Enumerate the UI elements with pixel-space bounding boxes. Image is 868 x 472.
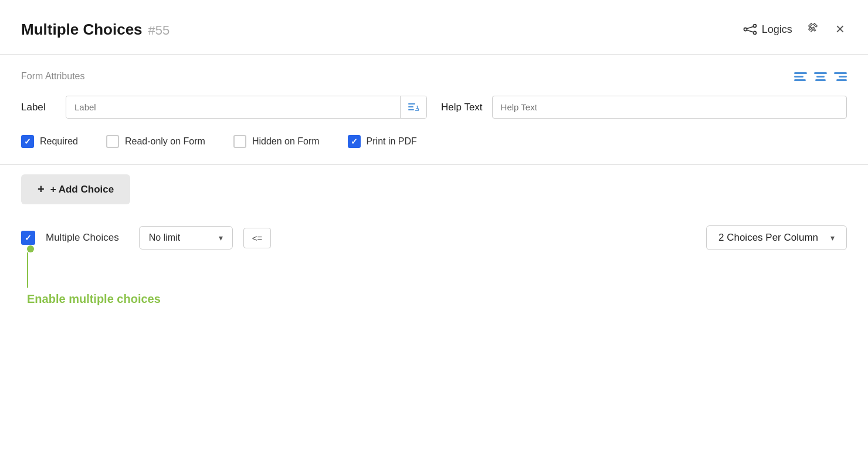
label-field-label: Label xyxy=(21,102,56,113)
print-pdf-checkbox[interactable] xyxy=(348,135,361,148)
helptext-field: Help Text xyxy=(441,96,847,119)
form-attributes-header: Form Attributes xyxy=(21,71,847,82)
svg-point-0 xyxy=(753,25,756,28)
align-right-icon[interactable] xyxy=(834,72,847,81)
per-column-dropdown-chevron: ▾ xyxy=(830,233,835,242)
limit-dropdown-chevron: ▾ xyxy=(219,233,223,242)
close-icon: × xyxy=(836,20,845,38)
close-button[interactable]: × xyxy=(833,19,847,40)
pin-button[interactable] xyxy=(804,19,822,40)
required-checkbox[interactable] xyxy=(21,135,34,148)
svg-rect-7 xyxy=(408,106,413,107)
align-center-icon[interactable] xyxy=(814,72,827,81)
multiple-choices-label: Multiple Choices xyxy=(46,232,119,244)
helptext-input[interactable] xyxy=(492,96,847,119)
align-left-icon[interactable] xyxy=(794,72,807,81)
text-format-icon xyxy=(408,102,419,113)
limit-dropdown-value: No limit xyxy=(149,232,213,243)
hidden-checkbox[interactable] xyxy=(233,135,246,148)
tooltip-line xyxy=(27,252,28,288)
label-helptext-row: Label Help Text xyxy=(21,96,847,119)
label-field: Label xyxy=(21,96,427,119)
per-column-dropdown-value: 2 Choices Per Column xyxy=(718,232,823,244)
readonly-checkbox-item[interactable]: Read-only on Form xyxy=(106,135,205,148)
header: Multiple Choices #55 Logics xyxy=(21,19,847,40)
required-checkbox-item[interactable]: Required xyxy=(21,135,78,148)
section-title: Form Attributes xyxy=(21,71,84,82)
logics-button[interactable]: Logics xyxy=(743,23,792,36)
logics-icon xyxy=(743,24,757,35)
readonly-label: Read-only on Form xyxy=(125,136,205,147)
svg-line-3 xyxy=(747,26,753,28)
tooltip-anchor: Enable multiple choices xyxy=(27,246,161,306)
label-input-container xyxy=(66,96,427,119)
svg-line-4 xyxy=(747,30,753,32)
svg-point-2 xyxy=(744,28,747,31)
multiple-choices-checkbox[interactable] xyxy=(21,231,35,245)
print-pdf-checkbox-item[interactable]: Print in PDF xyxy=(348,135,417,148)
add-choice-button[interactable]: + + Add Choice xyxy=(21,174,130,204)
choices-config-row: Enable multiple choices Multiple Choices… xyxy=(21,225,847,250)
svg-line-5 xyxy=(811,30,813,32)
per-column-dropdown[interactable]: 2 Choices Per Column ▾ xyxy=(706,225,847,250)
helptext-field-label: Help Text xyxy=(441,102,483,113)
operator-badge: <= xyxy=(243,228,272,248)
label-input-icon-button[interactable] xyxy=(400,96,426,118)
svg-rect-8 xyxy=(408,109,414,110)
add-choice-label: + Add Choice xyxy=(50,184,114,195)
header-actions: Logics × xyxy=(743,19,847,40)
required-label: Required xyxy=(40,136,78,147)
tooltip-text: Enable multiple choices xyxy=(27,292,161,306)
pin-icon xyxy=(806,21,819,34)
hidden-label: Hidden on Form xyxy=(252,136,320,147)
svg-point-1 xyxy=(753,32,756,35)
logics-label: Logics xyxy=(762,23,792,36)
page-id: #55 xyxy=(148,23,170,38)
svg-rect-6 xyxy=(408,103,415,104)
align-icons-group xyxy=(794,72,847,81)
label-input[interactable] xyxy=(66,96,400,118)
readonly-checkbox[interactable] xyxy=(106,135,119,148)
section-divider xyxy=(0,164,868,165)
header-divider xyxy=(0,54,868,55)
header-title: Multiple Choices #55 xyxy=(21,21,169,39)
multiple-choices-checkbox-wrapper: Enable multiple choices xyxy=(21,231,35,245)
hidden-checkbox-item[interactable]: Hidden on Form xyxy=(233,135,320,148)
print-pdf-label: Print in PDF xyxy=(367,136,417,147)
page-title: Multiple Choices xyxy=(21,21,143,39)
checkboxes-row: Required Read-only on Form Hidden on For… xyxy=(21,135,847,148)
add-choice-icon: + xyxy=(38,183,45,196)
tooltip-dot xyxy=(27,245,34,252)
main-panel: Multiple Choices #55 Logics xyxy=(0,0,868,472)
